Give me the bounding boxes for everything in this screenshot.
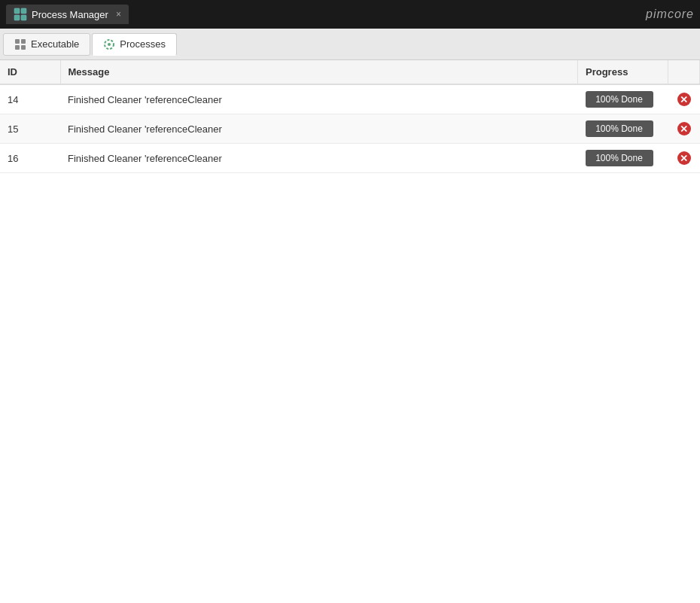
tab-executable-label: Executable [31, 38, 79, 50]
row-action: ✕ [668, 114, 700, 144]
title-bar-left: Process Manager × [6, 5, 129, 24]
column-header-message: Message [60, 60, 578, 84]
svg-rect-5 [21, 39, 26, 44]
progress-badge: 100% Done [586, 150, 653, 166]
svg-rect-4 [15, 39, 20, 44]
row-progress: 100% Done [578, 144, 668, 173]
progress-badge: 100% Done [586, 120, 653, 137]
column-header-progress: Progress [578, 60, 668, 84]
process-manager-icon [14, 8, 27, 21]
row-message: Finished Cleaner 'referenceCleaner [60, 114, 578, 144]
svg-rect-7 [21, 45, 26, 50]
processes-icon [103, 38, 115, 50]
row-progress: 100% Done [578, 84, 668, 114]
tab-executable[interactable]: Executable [3, 33, 90, 56]
row-message: Finished Cleaner 'referenceCleaner [60, 84, 578, 114]
row-id: 15 [0, 114, 60, 144]
delete-button[interactable]: ✕ [676, 91, 692, 108]
svg-rect-6 [15, 45, 20, 50]
row-action: ✕ [668, 84, 700, 114]
executable-icon [14, 38, 26, 50]
title-bar: Process Manager × pimcore [0, 0, 700, 29]
delete-icon: ✕ [677, 93, 691, 106]
tab-processes[interactable]: Processes [92, 33, 177, 56]
row-progress: 100% Done [578, 114, 668, 144]
pimcore-logo: pimcore [646, 8, 694, 21]
row-message: Finished Cleaner 'referenceCleaner [60, 144, 578, 173]
delete-icon: ✕ [677, 151, 691, 165]
window-close-button[interactable]: × [116, 9, 121, 20]
row-id: 14 [0, 84, 60, 114]
column-header-action [668, 60, 700, 84]
svg-rect-1 [21, 8, 26, 14]
toolbar: Executable Processes [0, 29, 700, 60]
table-row: 15 Finished Cleaner 'referenceCleaner 10… [0, 114, 700, 144]
processes-table: ID Message Progress 14 Finished Cleaner … [0, 60, 700, 173]
progress-badge: 100% Done [586, 91, 653, 108]
delete-button[interactable]: ✕ [676, 150, 692, 166]
row-id: 16 [0, 144, 60, 173]
table-row: 16 Finished Cleaner 'referenceCleaner 10… [0, 144, 700, 173]
svg-point-9 [108, 43, 111, 46]
tab-processes-label: Processes [120, 38, 166, 50]
delete-button[interactable]: ✕ [676, 120, 692, 137]
window-tab[interactable]: Process Manager × [6, 5, 129, 24]
delete-icon: ✕ [677, 122, 691, 136]
row-action: ✕ [668, 144, 700, 173]
column-header-id: ID [0, 60, 60, 84]
main-content: ID Message Progress 14 Finished Cleaner … [0, 60, 700, 603]
svg-rect-0 [14, 8, 20, 14]
svg-rect-2 [14, 15, 20, 20]
table-header-row: ID Message Progress [0, 60, 700, 84]
window-title: Process Manager [32, 9, 108, 20]
table-row: 14 Finished Cleaner 'referenceCleaner 10… [0, 84, 700, 114]
svg-rect-3 [21, 15, 26, 20]
